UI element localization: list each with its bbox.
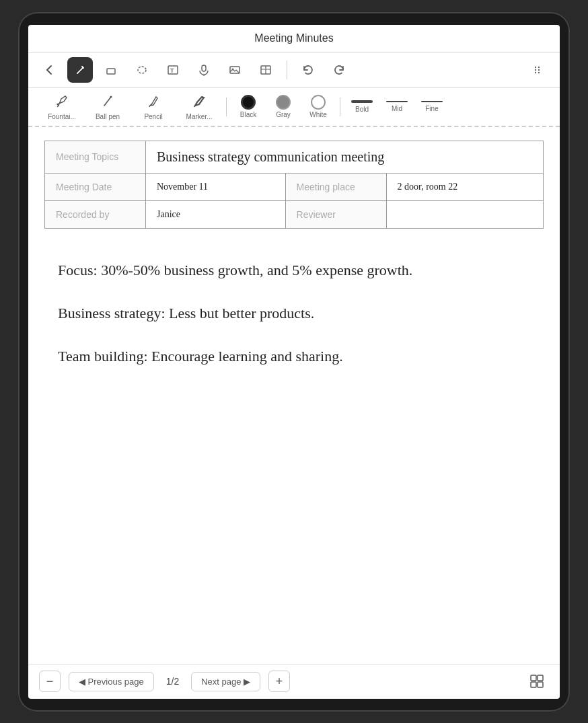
content-area: Meeting Topics Business strategy communi… [28, 127, 560, 664]
plus-icon: + [276, 675, 283, 689]
notes-area: Focus: 30%-50% business growth, and 5% e… [44, 248, 544, 391]
marker-label: Marker... [186, 113, 213, 120]
microphone-button[interactable] [191, 57, 217, 83]
pencil-label: Pencil [144, 113, 162, 120]
app-title: Meeting Minutes [254, 32, 333, 44]
svg-rect-24 [531, 682, 536, 687]
reviewer-label: Reviewer [285, 200, 386, 228]
svg-line-21 [194, 106, 195, 107]
mid-weight-button[interactable]: Mid [379, 98, 414, 116]
table-row: Meeting Date November 11 Meeting place 2… [45, 173, 544, 200]
pen-tool-button[interactable] [67, 57, 93, 83]
recorded-by-value: Janice [146, 200, 286, 228]
meeting-table: Meeting Topics Business strategy communi… [44, 141, 544, 229]
svg-line-17 [57, 106, 59, 107]
device-frame: Meeting Minutes [18, 12, 570, 712]
pencil-option[interactable]: Pencil [131, 91, 176, 123]
bold-weight-label: Bold [355, 106, 369, 113]
svg-point-12 [535, 69, 536, 71]
prev-page-button[interactable]: ◀ Previous page [69, 672, 154, 691]
sub-toolbar: Fountai... Ball pen [28, 88, 560, 127]
black-color-button[interactable]: Black [231, 92, 266, 121]
reviewer-value [386, 200, 543, 228]
fine-weight-button[interactable]: Fine [414, 98, 449, 115]
mid-weight-label: Mid [392, 105, 402, 112]
svg-line-18 [104, 97, 111, 106]
white-color-button[interactable]: White [301, 92, 336, 121]
image-button[interactable] [222, 57, 248, 83]
svg-rect-4 [202, 65, 206, 71]
redo-button[interactable] [326, 57, 352, 83]
meeting-date-value: November 11 [146, 173, 286, 200]
recorded-by-label: Recorded by [45, 200, 146, 228]
ballpen-label: Ball pen [96, 113, 120, 120]
page-indicator: 1/2 [166, 676, 179, 687]
table-button[interactable] [253, 57, 279, 83]
fountain-pen-label: Fountai... [48, 113, 76, 120]
eraser-tool-button[interactable] [98, 57, 124, 83]
toolbar-divider-1 [287, 61, 287, 79]
table-row: Recorded by Janice Reviewer [45, 200, 544, 228]
svg-rect-22 [531, 675, 536, 681]
svg-point-11 [535, 67, 536, 68]
fine-weight-label: Fine [425, 105, 438, 112]
more-button[interactable] [526, 57, 552, 83]
svg-point-15 [538, 69, 540, 71]
prev-page-label: ◀ Previous page [79, 677, 144, 687]
svg-point-1 [138, 67, 146, 73]
ballpen-icon [100, 93, 115, 112]
meeting-date-label: Meeting Date [45, 173, 146, 200]
ballpen-option[interactable]: Ball pen [85, 91, 131, 123]
svg-point-13 [535, 72, 536, 73]
screen: Meeting Minutes [28, 25, 560, 699]
svg-rect-0 [107, 69, 115, 74]
undo-button[interactable] [295, 57, 321, 83]
mid-weight-line [386, 101, 408, 103]
zoom-out-button[interactable]: − [39, 671, 61, 692]
white-color-swatch [311, 95, 326, 110]
fountain-pen-option[interactable]: Fountai... [39, 91, 85, 123]
gray-color-swatch [276, 95, 291, 110]
fountain-pen-icon [54, 93, 69, 112]
table-row: Meeting Topics Business strategy communi… [45, 141, 544, 173]
next-page-label: Next page ▶ [201, 677, 250, 687]
sub-divider-1 [226, 98, 227, 116]
minus-icon: − [46, 675, 54, 689]
grid-view-button[interactable] [525, 669, 549, 693]
bold-weight-line [351, 100, 373, 103]
note-line-2: Business strategy: Less but better produ… [58, 297, 530, 330]
meeting-place-label: Meeting place [285, 173, 386, 200]
sub-divider-2 [340, 98, 340, 116]
lasso-tool-button[interactable] [129, 57, 155, 83]
svg-text:T: T [170, 67, 174, 74]
title-bar: Meeting Minutes [28, 25, 560, 53]
note-line-1: Focus: 30%-50% business growth, and 5% e… [58, 254, 530, 287]
gray-color-label: Gray [276, 111, 291, 118]
svg-rect-25 [538, 682, 543, 687]
text-tool-button[interactable]: T [160, 57, 186, 83]
meeting-place-value: 2 door, room 22 [386, 173, 543, 200]
note-line-3: Team building: Encourage learning and sh… [58, 340, 530, 373]
white-color-label: White [309, 111, 327, 118]
svg-point-19 [110, 96, 112, 98]
back-button[interactable] [36, 57, 62, 83]
svg-rect-23 [538, 675, 543, 681]
gray-color-button[interactable]: Gray [266, 92, 301, 121]
svg-point-16 [538, 72, 540, 73]
add-page-button[interactable]: + [268, 671, 290, 692]
marker-icon [192, 93, 207, 112]
pencil-icon [146, 93, 161, 112]
meeting-topics-label: Meeting Topics [45, 141, 146, 173]
bottom-bar: − ◀ Previous page 1/2 Next page ▶ + [28, 664, 560, 699]
fine-weight-line [421, 101, 443, 102]
svg-point-14 [538, 67, 540, 68]
black-color-swatch [241, 95, 256, 110]
bold-weight-button[interactable]: Bold [344, 98, 379, 116]
black-color-label: Black [240, 111, 256, 118]
meeting-topics-value: Business strategy communication meeting [146, 141, 544, 173]
next-page-button[interactable]: Next page ▶ [191, 672, 260, 691]
marker-option[interactable]: Marker... [176, 91, 222, 123]
main-toolbar: T [28, 53, 560, 88]
